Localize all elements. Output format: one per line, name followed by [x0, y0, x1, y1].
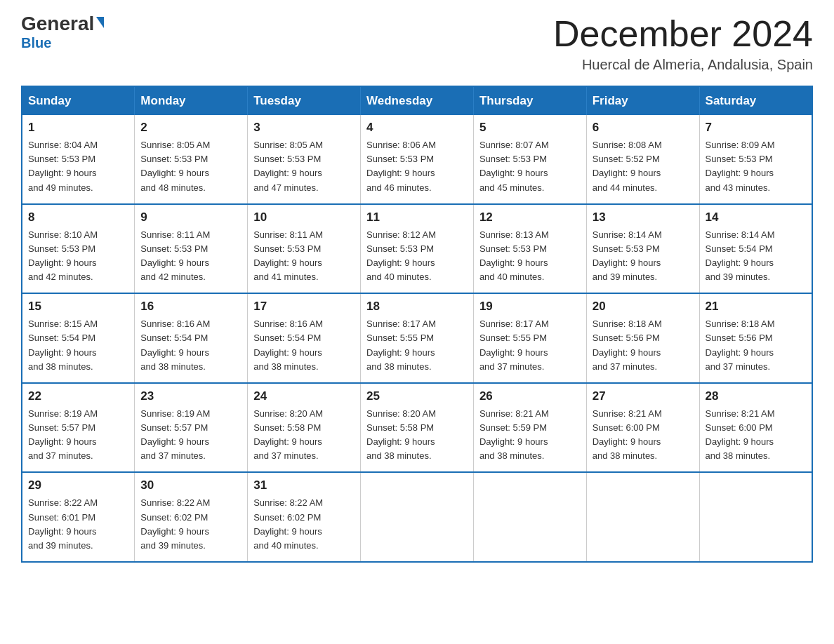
- day-number: 11: [366, 210, 468, 224]
- day-info: Sunrise: 8:21 AM Sunset: 5:59 PM Dayligh…: [479, 407, 581, 464]
- calendar-cell: 30 Sunrise: 8:22 AM Sunset: 6:02 PM Dayl…: [135, 472, 248, 562]
- calendar-cell: 19 Sunrise: 8:17 AM Sunset: 5:55 PM Dayl…: [473, 293, 586, 383]
- calendar-cell: 26 Sunrise: 8:21 AM Sunset: 5:59 PM Dayl…: [473, 383, 586, 473]
- day-info: Sunrise: 8:19 AM Sunset: 5:57 PM Dayligh…: [28, 407, 128, 464]
- day-number: 8: [28, 210, 128, 224]
- day-info: Sunrise: 8:17 AM Sunset: 5:55 PM Dayligh…: [366, 317, 468, 374]
- title-area: December 2024 Huercal de Almeria, Andalu…: [553, 14, 813, 73]
- header-monday: Monday: [135, 86, 248, 115]
- day-info: Sunrise: 8:13 AM Sunset: 5:53 PM Dayligh…: [479, 228, 581, 285]
- calendar-cell: 13 Sunrise: 8:14 AM Sunset: 5:53 PM Dayl…: [586, 204, 699, 294]
- day-info: Sunrise: 8:22 AM Sunset: 6:02 PM Dayligh…: [140, 496, 241, 553]
- day-info: Sunrise: 8:16 AM Sunset: 5:54 PM Dayligh…: [253, 317, 355, 374]
- day-info: Sunrise: 8:04 AM Sunset: 5:53 PM Dayligh…: [28, 138, 128, 195]
- day-number: 19: [479, 300, 581, 314]
- day-number: 20: [593, 300, 694, 314]
- day-info: Sunrise: 8:21 AM Sunset: 6:00 PM Dayligh…: [593, 407, 694, 464]
- calendar-cell: [586, 472, 699, 562]
- day-info: Sunrise: 8:06 AM Sunset: 5:53 PM Dayligh…: [366, 138, 468, 195]
- calendar-cell: 25 Sunrise: 8:20 AM Sunset: 5:58 PM Dayl…: [361, 383, 474, 473]
- day-number: 18: [366, 300, 468, 314]
- calendar-cell: 16 Sunrise: 8:16 AM Sunset: 5:54 PM Dayl…: [135, 293, 248, 383]
- day-info: Sunrise: 8:09 AM Sunset: 5:53 PM Dayligh…: [706, 138, 806, 195]
- calendar-cell: 29 Sunrise: 8:22 AM Sunset: 6:01 PM Dayl…: [22, 472, 135, 562]
- day-number: 5: [479, 121, 581, 135]
- calendar-cell: 23 Sunrise: 8:19 AM Sunset: 5:57 PM Dayl…: [135, 383, 248, 473]
- day-number: 15: [28, 300, 128, 314]
- day-info: Sunrise: 8:08 AM Sunset: 5:52 PM Dayligh…: [593, 138, 694, 195]
- day-number: 22: [28, 389, 128, 403]
- day-info: Sunrise: 8:12 AM Sunset: 5:53 PM Dayligh…: [366, 228, 468, 285]
- day-info: Sunrise: 8:19 AM Sunset: 5:57 PM Dayligh…: [140, 407, 241, 464]
- calendar-cell: 31 Sunrise: 8:22 AM Sunset: 6:02 PM Dayl…: [248, 472, 361, 562]
- day-number: 17: [253, 300, 355, 314]
- week-row-2: 8 Sunrise: 8:10 AM Sunset: 5:53 PM Dayli…: [22, 204, 812, 294]
- logo-text: General: [21, 14, 104, 34]
- day-number: 10: [253, 210, 355, 224]
- calendar-cell: 4 Sunrise: 8:06 AM Sunset: 5:53 PM Dayli…: [361, 115, 474, 204]
- calendar-table: Sunday Monday Tuesday Wednesday Thursday…: [21, 86, 813, 563]
- header-friday: Friday: [586, 86, 699, 115]
- calendar-cell: 12 Sunrise: 8:13 AM Sunset: 5:53 PM Dayl…: [473, 204, 586, 294]
- logo: General Blue: [21, 14, 104, 51]
- calendar-cell: 22 Sunrise: 8:19 AM Sunset: 5:57 PM Dayl…: [22, 383, 135, 473]
- day-number: 21: [706, 300, 806, 314]
- calendar-cell: 20 Sunrise: 8:18 AM Sunset: 5:56 PM Dayl…: [586, 293, 699, 383]
- calendar-cell: [361, 472, 474, 562]
- week-row-3: 15 Sunrise: 8:15 AM Sunset: 5:54 PM Dayl…: [22, 293, 812, 383]
- calendar-cell: 18 Sunrise: 8:17 AM Sunset: 5:55 PM Dayl…: [361, 293, 474, 383]
- page-header: General Blue December 2024 Huercal de Al…: [21, 14, 813, 73]
- calendar-cell: 24 Sunrise: 8:20 AM Sunset: 5:58 PM Dayl…: [248, 383, 361, 473]
- day-number: 29: [28, 478, 128, 492]
- day-number: 25: [366, 389, 468, 403]
- calendar-cell: 10 Sunrise: 8:11 AM Sunset: 5:53 PM Dayl…: [248, 204, 361, 294]
- day-info: Sunrise: 8:10 AM Sunset: 5:53 PM Dayligh…: [28, 228, 128, 285]
- day-info: Sunrise: 8:11 AM Sunset: 5:53 PM Dayligh…: [140, 228, 241, 285]
- calendar-cell: [699, 472, 812, 562]
- day-info: Sunrise: 8:15 AM Sunset: 5:54 PM Dayligh…: [28, 317, 128, 374]
- calendar-cell: 1 Sunrise: 8:04 AM Sunset: 5:53 PM Dayli…: [22, 115, 135, 204]
- day-info: Sunrise: 8:20 AM Sunset: 5:58 PM Dayligh…: [253, 407, 355, 464]
- day-info: Sunrise: 8:18 AM Sunset: 5:56 PM Dayligh…: [593, 317, 694, 374]
- calendar-cell: 15 Sunrise: 8:15 AM Sunset: 5:54 PM Dayl…: [22, 293, 135, 383]
- day-info: Sunrise: 8:20 AM Sunset: 5:58 PM Dayligh…: [366, 407, 468, 464]
- day-info: Sunrise: 8:22 AM Sunset: 6:02 PM Dayligh…: [253, 496, 355, 553]
- day-info: Sunrise: 8:21 AM Sunset: 6:00 PM Dayligh…: [706, 407, 806, 464]
- day-info: Sunrise: 8:05 AM Sunset: 5:53 PM Dayligh…: [140, 138, 241, 195]
- location-title: Huercal de Almeria, Andalusia, Spain: [553, 57, 813, 73]
- day-number: 14: [706, 210, 806, 224]
- header-wednesday: Wednesday: [361, 86, 474, 115]
- logo-blue-text: Blue: [21, 35, 51, 51]
- calendar-cell: 14 Sunrise: 8:14 AM Sunset: 5:54 PM Dayl…: [699, 204, 812, 294]
- day-number: 4: [366, 121, 468, 135]
- day-number: 9: [140, 210, 241, 224]
- day-info: Sunrise: 8:18 AM Sunset: 5:56 PM Dayligh…: [706, 317, 806, 374]
- day-info: Sunrise: 8:22 AM Sunset: 6:01 PM Dayligh…: [28, 496, 128, 553]
- calendar-cell: 21 Sunrise: 8:18 AM Sunset: 5:56 PM Dayl…: [699, 293, 812, 383]
- calendar-cell: 9 Sunrise: 8:11 AM Sunset: 5:53 PM Dayli…: [135, 204, 248, 294]
- day-number: 7: [706, 121, 806, 135]
- calendar-cell: 5 Sunrise: 8:07 AM Sunset: 5:53 PM Dayli…: [473, 115, 586, 204]
- week-row-4: 22 Sunrise: 8:19 AM Sunset: 5:57 PM Dayl…: [22, 383, 812, 473]
- calendar-cell: 3 Sunrise: 8:05 AM Sunset: 5:53 PM Dayli…: [248, 115, 361, 204]
- day-info: Sunrise: 8:11 AM Sunset: 5:53 PM Dayligh…: [253, 228, 355, 285]
- calendar-cell: 6 Sunrise: 8:08 AM Sunset: 5:52 PM Dayli…: [586, 115, 699, 204]
- calendar-cell: [473, 472, 586, 562]
- calendar-cell: 11 Sunrise: 8:12 AM Sunset: 5:53 PM Dayl…: [361, 204, 474, 294]
- day-number: 13: [593, 210, 694, 224]
- day-info: Sunrise: 8:14 AM Sunset: 5:53 PM Dayligh…: [593, 228, 694, 285]
- day-info: Sunrise: 8:17 AM Sunset: 5:55 PM Dayligh…: [479, 317, 581, 374]
- weekday-header-row: Sunday Monday Tuesday Wednesday Thursday…: [22, 86, 812, 115]
- day-number: 23: [140, 389, 241, 403]
- calendar-cell: 8 Sunrise: 8:10 AM Sunset: 5:53 PM Dayli…: [22, 204, 135, 294]
- calendar-cell: 7 Sunrise: 8:09 AM Sunset: 5:53 PM Dayli…: [699, 115, 812, 204]
- day-number: 27: [593, 389, 694, 403]
- day-number: 24: [253, 389, 355, 403]
- day-number: 16: [140, 300, 241, 314]
- day-number: 3: [253, 121, 355, 135]
- day-info: Sunrise: 8:16 AM Sunset: 5:54 PM Dayligh…: [140, 317, 241, 374]
- day-info: Sunrise: 8:07 AM Sunset: 5:53 PM Dayligh…: [479, 138, 581, 195]
- calendar-cell: 2 Sunrise: 8:05 AM Sunset: 5:53 PM Dayli…: [135, 115, 248, 204]
- day-info: Sunrise: 8:05 AM Sunset: 5:53 PM Dayligh…: [253, 138, 355, 195]
- header-tuesday: Tuesday: [248, 86, 361, 115]
